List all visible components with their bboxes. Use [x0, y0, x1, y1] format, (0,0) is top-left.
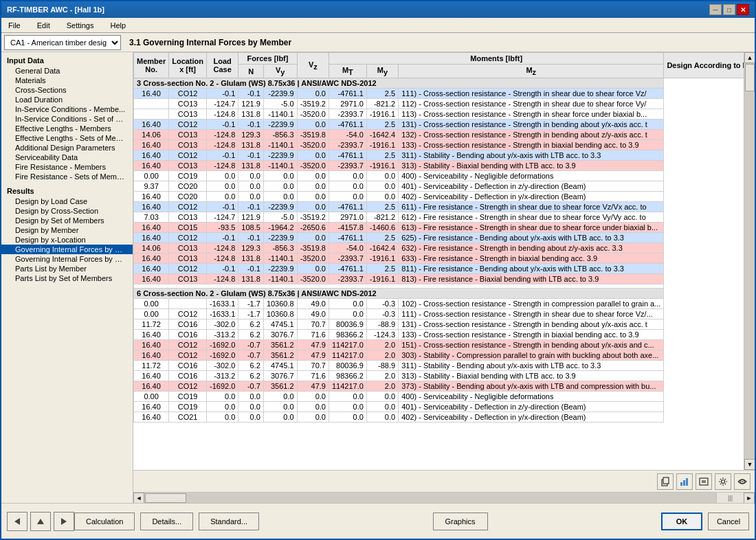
maximize-button[interactable]: □	[723, 4, 735, 15]
toolbar-icon-chart[interactable]	[676, 473, 693, 490]
hscroll-track[interactable]	[144, 493, 716, 503]
scroll-up-button[interactable]: ▲	[744, 52, 755, 63]
menu-help[interactable]: Help	[106, 20, 130, 31]
toolbar-icon-view[interactable]	[734, 473, 751, 490]
calculation-button[interactable]: Calculation	[74, 513, 135, 530]
bottom-icon-toolbar	[133, 470, 755, 492]
sidebar-item-parts-list-member[interactable]: Parts List by Member	[1, 264, 133, 273]
footer-next-button[interactable]	[54, 512, 74, 531]
cancel-button[interactable]: Cancel	[708, 513, 749, 530]
toolbar-icon-settings[interactable]	[715, 473, 731, 490]
col-header-b: Locationx [ft]	[169, 53, 207, 78]
scroll-left-button[interactable]: ◄	[133, 493, 144, 503]
sidebar-item-eff-lengths-members[interactable]: Effective Lengths - Members	[1, 124, 133, 133]
svg-rect-5	[700, 478, 708, 485]
sidebar-item-in-service-members[interactable]: In-Service Conditions - Membe...	[1, 104, 133, 114]
menu-edit[interactable]: Edit	[33, 20, 54, 31]
sidebar-item-design-x-location[interactable]: Design by x-Location	[1, 235, 133, 245]
col-header-vz: Vz	[297, 53, 329, 78]
menu-settings[interactable]: Settings	[63, 20, 98, 31]
footer-center: Calculation Details... Standard...	[74, 513, 259, 530]
svg-marker-11	[14, 518, 20, 525]
sidebar-item-governing-forces-set[interactable]: Governing Internal Forces by Se...	[1, 254, 133, 264]
footer: Calculation Details... Standard... Graph…	[1, 503, 755, 539]
sidebar-item-parts-list-set[interactable]: Parts List by Set of Members	[1, 273, 133, 283]
sidebar-item-general-data[interactable]: General Data	[1, 66, 133, 76]
col-header-mt: MT	[329, 65, 366, 78]
col-header-a: MemberNo.	[134, 53, 169, 78]
col-header-vy: Vy	[263, 65, 297, 78]
sidebar: Input Data General Data Materials Cross-…	[1, 52, 133, 503]
sidebar-item-fire-sets[interactable]: Fire Resistance - Sets of Membe...	[1, 172, 133, 181]
toolbar-icon-export[interactable]	[696, 473, 712, 490]
footer-right: OK Cancel	[661, 513, 749, 530]
svg-marker-12	[37, 519, 44, 524]
footer-prev-button[interactable]	[7, 512, 27, 531]
sidebar-item-additional-design[interactable]: Additional Design Parameters	[1, 143, 133, 153]
menu-file[interactable]: File	[4, 20, 25, 31]
svg-marker-13	[61, 518, 67, 525]
window-title: RF-TIMBER AWC - [Hall 1b]	[7, 5, 104, 14]
title-bar-buttons: ─ □ ✕	[709, 4, 749, 15]
sidebar-item-serviceability[interactable]: Serviceability Data	[1, 153, 133, 162]
sidebar-item-design-load-case[interactable]: Design by Load Case	[1, 196, 133, 206]
menu-bar: File Edit Settings Help	[1, 18, 755, 33]
col-header-n: N	[238, 65, 264, 78]
scroll-track[interactable]	[744, 63, 755, 459]
horizontal-scrollbar[interactable]: ◄ ||| ►	[133, 492, 755, 503]
details-button[interactable]: Details...	[140, 513, 193, 530]
sidebar-item-design-set-members[interactable]: Design by Set of Members	[1, 216, 133, 225]
scroll-thumb[interactable]	[745, 64, 755, 91]
footer-up-button[interactable]	[30, 512, 51, 531]
footer-left	[7, 512, 74, 531]
svg-rect-2	[680, 482, 682, 486]
col-header-moments: Moments [lbft]	[329, 53, 663, 65]
sidebar-item-materials[interactable]: Materials	[1, 76, 133, 85]
sidebar-item-governing-forces-member[interactable]: Governing Internal Forces by M...	[1, 245, 133, 254]
main-window: RF-TIMBER AWC - [Hall 1b] ─ □ ✕ File Edi…	[0, 0, 756, 540]
main-area: Input Data General Data Materials Cross-…	[1, 52, 755, 503]
svg-rect-4	[686, 478, 688, 486]
svg-rect-1	[663, 477, 669, 484]
title-bar: RF-TIMBER AWC - [Hall 1b] ─ □ ✕	[1, 1, 755, 18]
scroll-size-indicator: |||	[716, 493, 744, 503]
scroll-down-button[interactable]: ▼	[744, 459, 755, 470]
design-module-dropdown[interactable]: CA1 - American timber design	[4, 35, 121, 50]
sidebar-item-design-member[interactable]: Design by Member	[1, 225, 133, 235]
close-button[interactable]: ✕	[737, 4, 749, 15]
toolbar-icon-copy[interactable]	[657, 473, 674, 490]
col-header-formula: Design According to Formula	[664, 53, 744, 78]
svg-point-8	[722, 480, 725, 483]
hscroll-thumb[interactable]	[145, 493, 186, 503]
data-table-container: MemberNo. Locationx [ft] LoadCase Forces…	[133, 52, 744, 470]
standard-button[interactable]: Standard...	[199, 513, 259, 530]
ok-button[interactable]: OK	[661, 513, 702, 530]
sidebar-group-input: Input Data	[1, 55, 133, 66]
sidebar-item-fire-members[interactable]: Fire Resistance - Members	[1, 162, 133, 172]
col-header-mz: Mz	[399, 65, 664, 78]
sidebar-group-results: Results	[1, 185, 133, 196]
sidebar-item-cross-sections[interactable]: Cross-Sections	[1, 85, 133, 95]
sidebar-item-design-cross-section[interactable]: Design by Cross-Section	[1, 206, 133, 216]
svg-point-10	[742, 481, 743, 482]
sidebar-item-load-duration[interactable]: Load Duration	[1, 95, 133, 104]
col-header-c: LoadCase	[207, 53, 238, 78]
col-header-my: My	[366, 65, 398, 78]
vertical-scrollbar[interactable]: ▲ ▼	[744, 52, 755, 470]
col-header-forces: Forces [lbf]	[238, 53, 297, 65]
scroll-right-button[interactable]: ►	[744, 493, 755, 503]
graphics-button[interactable]: Graphics	[433, 513, 488, 530]
minimize-button[interactable]: ─	[709, 4, 722, 15]
toolbar: CA1 - American timber design 3.1 Governi…	[1, 33, 755, 52]
section-title: 3.1 Governing Internal Forces by Member	[129, 38, 291, 47]
sidebar-item-eff-lengths-sets[interactable]: Effective Lengths - Sets of Mem...	[1, 133, 133, 143]
svg-rect-3	[683, 480, 685, 486]
sidebar-item-in-service-sets[interactable]: In-Service Conditions - Set of M...	[1, 114, 133, 124]
data-table: MemberNo. Locationx [ft] LoadCase Forces…	[133, 52, 744, 423]
